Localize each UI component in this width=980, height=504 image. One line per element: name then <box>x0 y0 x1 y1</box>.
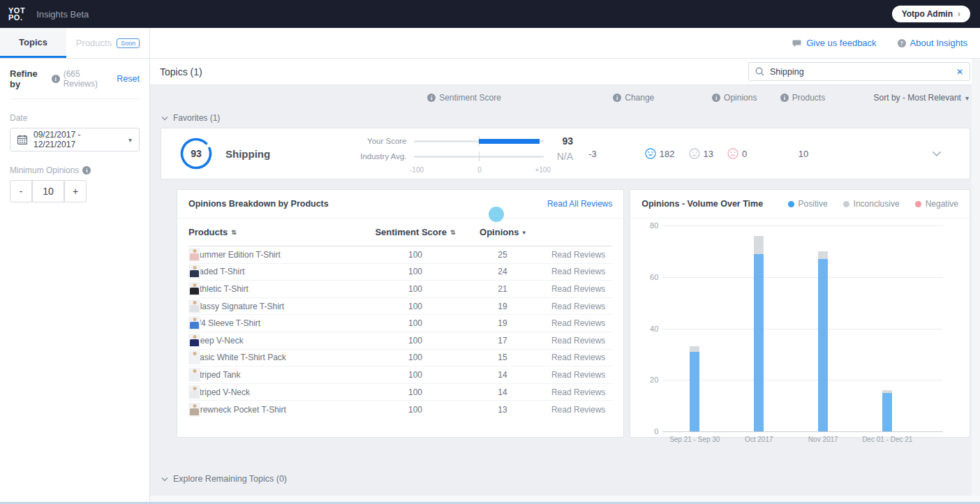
bar-segment-positive <box>882 393 892 431</box>
soon-badge: Soon <box>117 38 140 48</box>
info-icon[interactable]: i <box>82 166 91 175</box>
product-sentiment-score: 100 <box>370 250 461 260</box>
chevron-right-icon: › <box>958 9 960 19</box>
about-insights-link[interactable]: ? About Insights <box>898 38 967 48</box>
app-name: Insights Beta <box>36 9 89 20</box>
sentiment-slider-block: Your Score 93 Industry Avg. N/A <box>357 133 573 175</box>
table-header-sentiment[interactable]: Sentiment Score ⇅ <box>370 227 461 237</box>
x-axis-label: Dec 01 - Dec 21 <box>855 436 919 443</box>
bar-dec-01-dec-21[interactable] <box>882 390 892 431</box>
product-opinions-count: 17 <box>461 336 544 346</box>
read-all-reviews-link[interactable]: Read All Reviews <box>547 199 612 209</box>
refine-sidebar: Refine by i (665 Reviews) Reset Date 09/… <box>0 59 150 504</box>
y-axis-tick: 20 <box>639 376 658 384</box>
chart-title: Opinions - Volume Over Time <box>641 199 763 209</box>
search-input[interactable] <box>770 67 951 77</box>
date-range-value: 09/21/2017 - 12/21/2017 <box>34 130 122 149</box>
give-feedback-link[interactable]: Give us feedback <box>792 38 876 48</box>
tab-topics[interactable]: Topics <box>0 28 66 58</box>
read-reviews-link[interactable]: Read Reviews <box>544 353 612 362</box>
favorites-label: Favorites (1) <box>173 113 220 123</box>
bar-segment-positive <box>818 259 828 431</box>
table-header-opinions[interactable]: Opinions ▾ <box>461 227 544 237</box>
table-row: Athletic T-Shirt10021Read Reviews <box>188 281 612 298</box>
yotpo-logo[interactable]: YOT PO. <box>8 7 25 21</box>
topics-column-headers: i Sentiment Score i Change i Opinions i <box>161 85 970 110</box>
read-reviews-link[interactable]: Read Reviews <box>544 318 612 328</box>
your-score-track <box>414 138 544 144</box>
bar-segment-inconclusive <box>818 251 828 259</box>
your-score-value: 93 <box>544 135 573 147</box>
speech-bubble-icon <box>792 39 802 47</box>
your-score-label: Your Score <box>357 137 407 145</box>
stepper-decrease-button[interactable]: - <box>10 180 32 202</box>
product-opinions-count: 25 <box>461 250 544 260</box>
read-reviews-link[interactable]: Read Reviews <box>544 267 612 276</box>
read-reviews-link[interactable]: Read Reviews <box>544 284 612 294</box>
yotpo-admin-button[interactable]: Yotpo Admin › <box>892 6 970 22</box>
info-icon[interactable]: i <box>780 94 789 102</box>
read-reviews-link[interactable]: Read Reviews <box>544 387 612 397</box>
product-thumbnail <box>188 282 200 296</box>
caret-down-icon: ▾ <box>965 94 969 102</box>
legend-item-inconclusive[interactable]: Inconclusive <box>843 199 900 209</box>
read-reviews-link[interactable]: Read Reviews <box>544 405 612 415</box>
product-thumbnail <box>188 299 200 313</box>
gridline <box>662 431 943 432</box>
y-axis-tick: 60 <box>639 273 658 281</box>
tab-products[interactable]: Products Soon <box>66 28 149 58</box>
read-reviews-link[interactable]: Read Reviews <box>544 370 612 380</box>
reviews-count: (665 Reviews) <box>64 69 114 89</box>
bar-oct-2017[interactable] <box>754 236 764 431</box>
explore-remaining-toggle[interactable]: Explore Remaining Topics (0) <box>161 474 980 484</box>
calendar-icon <box>17 135 27 144</box>
table-row: Striped V-Neck10014Read Reviews <box>188 384 612 401</box>
legend-item-positive[interactable]: Positive <box>788 199 828 209</box>
legend-item-negative[interactable]: Negative <box>915 199 958 209</box>
scrollbar-gutter[interactable] <box>972 59 980 504</box>
date-range-picker[interactable]: 09/21/2017 - 12/21/2017 ▾ <box>10 128 140 151</box>
product-thumbnail <box>188 403 200 417</box>
stepper-increase-button[interactable]: + <box>64 180 87 202</box>
tab-bar: Topics Products Soon Give us feedback ? … <box>0 28 980 59</box>
product-name: Basic White T-Shirt Pack <box>194 353 370 362</box>
favorites-section-toggle[interactable]: Favorites (1) <box>161 113 980 123</box>
about-insights-label: About Insights <box>910 38 967 48</box>
breakdown-title: Opinions Breakdown by Products <box>188 199 329 209</box>
info-icon[interactable]: i <box>52 75 60 83</box>
product-thumbnail <box>188 334 200 348</box>
info-icon[interactable]: i <box>427 94 436 102</box>
chevron-down-icon <box>161 477 168 482</box>
read-reviews-link[interactable]: Read Reviews <box>544 336 612 346</box>
legend-label: Positive <box>799 199 828 209</box>
bottom-strip <box>150 496 980 502</box>
positive-face-icon <box>645 148 656 159</box>
table-row: Faded T-Shirt10024Read Reviews <box>188 264 612 281</box>
chevron-down-icon <box>161 116 168 121</box>
bar-nov-2017[interactable] <box>818 251 828 431</box>
collapse-topic-chevron[interactable] <box>831 151 970 157</box>
topic-card-shipping[interactable]: 93 Shipping Your Score 93 Industry Avg. <box>161 128 970 179</box>
products-count: 10 <box>775 149 831 159</box>
x-axis-label: Nov 2017 <box>791 436 855 443</box>
product-thumbnail <box>188 368 200 382</box>
sort-icon: ⇅ <box>450 229 456 236</box>
industry-avg-track <box>414 154 544 159</box>
clear-search-icon[interactable]: ✕ <box>956 67 963 77</box>
legend-dot <box>915 201 921 207</box>
product-sentiment-score: 100 <box>370 267 461 276</box>
info-icon[interactable]: i <box>712 94 720 102</box>
table-row: Deep V-Neck10017Read Reviews <box>188 332 612 350</box>
bar-chart: 806040200 <box>639 225 957 431</box>
product-sentiment-score: 100 <box>370 387 461 397</box>
info-icon[interactable]: i <box>613 94 621 102</box>
table-header-products[interactable]: Products ⇅ <box>188 227 370 237</box>
sort-by-dropdown[interactable]: Sort by - Most Relevant ▾ <box>831 93 970 103</box>
chevron-down-icon <box>932 151 942 157</box>
bar-segment-positive <box>754 254 764 431</box>
reset-button[interactable]: Reset <box>117 74 140 84</box>
bar-sep-21-sep-30[interactable] <box>690 346 699 431</box>
read-reviews-link[interactable]: Read Reviews <box>544 302 612 311</box>
read-reviews-link[interactable]: Read Reviews <box>544 250 612 260</box>
product-opinions-count: 21 <box>461 284 544 294</box>
